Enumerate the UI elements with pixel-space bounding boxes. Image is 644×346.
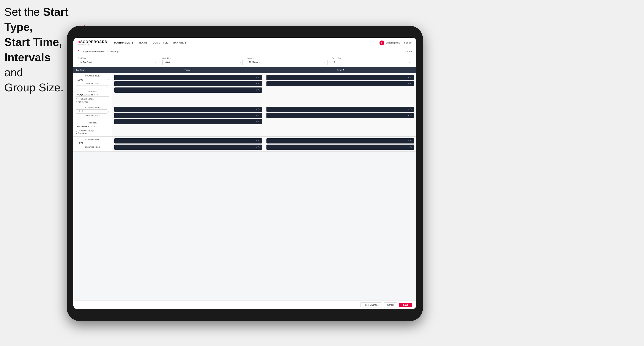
g2-t1-p3-remove[interactable]: ✕: [256, 121, 257, 123]
table-header: Tee Time Team 1 Team 2: [73, 67, 416, 73]
g2-course-remove[interactable]: ✕: [91, 126, 92, 128]
g1-t1-p2-remove[interactable]: ✕: [256, 83, 257, 85]
intervals-field: Intervals 10 Minutes △: [247, 57, 328, 65]
g1-add-group-btn[interactable]: + Add Group: [76, 101, 110, 103]
g1-t1-p1-edit[interactable]: ✎: [258, 76, 260, 79]
g1-t1-p3-edit[interactable]: ✎: [258, 89, 260, 91]
g1-t1-p3-remove[interactable]: ✕: [256, 89, 257, 91]
tablet-device: C SCOREBOARD Powered by clippd TOURNAMEN…: [67, 26, 423, 321]
group-2-left: STARTING TIME: △ STARTING HOLE: 1 ▼ COUR…: [73, 105, 112, 136]
start-time-select[interactable]: 10:00 △: [162, 60, 243, 65]
pipe-separator: |: [402, 42, 402, 44]
intervals-label: Intervals: [247, 57, 328, 59]
g3-t2-player1: ✕ ✎: [266, 138, 414, 144]
g2-t2-p1-remove[interactable]: ✕: [408, 108, 409, 110]
g1-hole-value: 1: [78, 86, 78, 89]
g3-starting-time-label: STARTING TIME:: [76, 138, 110, 140]
g2-t1-p1-remove[interactable]: ✕: [256, 108, 257, 110]
g1-hole-select[interactable]: 1 ▼: [76, 86, 110, 89]
table-body: STARTING TIME: △ STARTING HOLE: 1 ▼ COUR…: [73, 73, 416, 301]
g1-t2-p1-edit[interactable]: ✎: [410, 76, 412, 79]
g2-starting-time-label: STARTING TIME:: [76, 107, 110, 109]
g2-t2-p1-edit[interactable]: ✎: [410, 108, 412, 110]
g2-t1-p2-remove[interactable]: ✕: [256, 114, 257, 117]
g3-t1-p1-remove[interactable]: ✕: [256, 140, 257, 142]
intervals-select[interactable]: 10 Minutes △: [247, 60, 328, 65]
g2-hole-select[interactable]: 1 ▼: [76, 117, 110, 121]
start-type-select[interactable]: 1st Tee Start ▼: [78, 60, 158, 65]
nav-bar: C SCOREBOARD Powered by clippd TOURNAMEN…: [73, 38, 416, 48]
annotation-text: Set the Start Type,Start Time,Intervals …: [4, 4, 71, 95]
g3-t2-p2-remove[interactable]: ✕: [408, 146, 409, 148]
g3-t1-p2-remove[interactable]: ✕: [256, 146, 257, 148]
g3-t1-p2-edit[interactable]: ✎: [258, 146, 260, 148]
th-team2: Team 2: [264, 67, 416, 73]
g1-t2-p1-remove[interactable]: ✕: [408, 76, 409, 79]
logo-scoreboard: SCOREBOARD: [80, 40, 108, 44]
nav-tab-rankings[interactable]: RANKINGS: [173, 40, 186, 45]
save-button[interactable]: Save: [399, 303, 412, 307]
back-button[interactable]: < Back: [405, 50, 412, 53]
g2-group-actions: ◯ Remove Group + Add Group: [76, 130, 110, 135]
user-email: blair@clippd.io: [386, 42, 400, 44]
g2-t2-p2-edit[interactable]: ✎: [410, 114, 412, 117]
cancel-button[interactable]: Cancel: [384, 303, 397, 308]
g3-team2-cell: ✕ ✎ ✕ ✎: [264, 137, 416, 152]
group-size-select[interactable]: 3 ▼: [332, 60, 412, 65]
g1-t1-player3: ✕ ✎: [114, 87, 262, 93]
nav-tab-committee[interactable]: COMMITTEE: [153, 40, 168, 45]
g1-t1-player1: ✕ ✎: [114, 75, 262, 80]
g3-t2-p2-edit[interactable]: ✎: [410, 146, 412, 148]
g1-team1-cell: ✕ ✎ ✕ ✎ ✕ ✎: [112, 73, 264, 105]
nav-tab-teams[interactable]: TEAMS: [139, 40, 148, 45]
nav-user-area: B blair@clippd.io | Sign out: [380, 40, 412, 45]
g1-t2-p2-edit[interactable]: ✎: [410, 83, 412, 85]
breadcrumb-separator: >: [108, 50, 109, 53]
intervals-chevron: △: [324, 61, 326, 63]
g3-starting-time-input[interactable]: [76, 141, 107, 145]
g2-t1-player2: ✕ ✎: [114, 113, 262, 118]
reset-changes-button[interactable]: Reset Changes: [360, 303, 382, 308]
g3-t1-p1-edit[interactable]: ✎: [258, 140, 260, 142]
g2-t1-p3-edit[interactable]: ✎: [258, 121, 260, 123]
start-time-field: Start Time 10:00 △: [162, 57, 243, 65]
g2-remove-group-btn[interactable]: ◯ Remove Group: [76, 130, 110, 132]
g3-starting-hole-label: STARTING HOLE:: [76, 146, 110, 148]
g1-remove-group-btn[interactable]: ◯ Remove Group: [76, 98, 110, 100]
g2-t1-p2-edit[interactable]: ✎: [258, 114, 260, 117]
breadcrumb-tournament[interactable]: Clippd Invitational (Mo...: [81, 50, 106, 53]
g1-course-tag: 🄯 (A) Peachtree GC ✕ ▼: [76, 93, 110, 97]
nav-tabs: TOURNAMENTS TEAMS COMMITTEE RANKINGS: [114, 40, 373, 45]
nav-tab-tournaments[interactable]: TOURNAMENTS: [114, 40, 134, 45]
g3-t2-p1-edit[interactable]: ✎: [410, 140, 412, 142]
group-size-value: 3: [334, 61, 335, 64]
group-1-left: STARTING TIME: △ STARTING HOLE: 1 ▼ COUR…: [73, 73, 112, 105]
start-time-label: Start Time: [162, 57, 243, 59]
start-type-value: 1st Tee Start: [80, 61, 92, 64]
config-row: Start Type 1st Tee Start ▼ Start Time 10…: [73, 55, 416, 67]
g1-t1-p2-edit[interactable]: ✎: [258, 83, 260, 85]
g1-starting-hole-row: 1 ▼: [76, 86, 110, 89]
g2-hole-chevron: ▼: [106, 118, 108, 120]
group-size-label: Group Size: [332, 57, 412, 59]
g2-starting-hole-row: 1 ▼: [76, 117, 110, 121]
g1-starting-time-label: STARTING TIME:: [76, 75, 110, 77]
g1-course-remove[interactable]: ✕: [94, 94, 96, 96]
footer-bar: Reset Changes Cancel Save: [73, 301, 416, 309]
g1-starting-time-input[interactable]: [76, 78, 107, 82]
g3-t2-p1-remove[interactable]: ✕: [408, 140, 409, 142]
sign-out-link[interactable]: Sign out: [404, 42, 412, 44]
th-team1: Team 1: [112, 67, 264, 73]
g2-starting-time-input[interactable]: [76, 109, 107, 114]
group-row-3: STARTING TIME: △ STARTING HOLE: ✕ ✎: [73, 137, 416, 152]
start-type-field: Start Type 1st Tee Start ▼: [78, 57, 158, 65]
g1-group-actions: ◯ Remove Group + Add Group: [76, 98, 110, 103]
breadcrumb: C Clippd Invitational (Mo... > Hosting: [78, 50, 118, 53]
g1-t2-player1: ✕ ✎: [266, 75, 414, 80]
g2-time-icon: △: [108, 111, 110, 113]
g2-add-group-btn[interactable]: + Add Group: [76, 132, 110, 135]
g1-t1-p1-remove[interactable]: ✕: [256, 76, 257, 79]
g1-t2-p2-remove[interactable]: ✕: [408, 83, 409, 85]
g2-t2-p2-remove[interactable]: ✕: [408, 114, 409, 117]
g2-t1-p1-edit[interactable]: ✎: [258, 108, 260, 110]
